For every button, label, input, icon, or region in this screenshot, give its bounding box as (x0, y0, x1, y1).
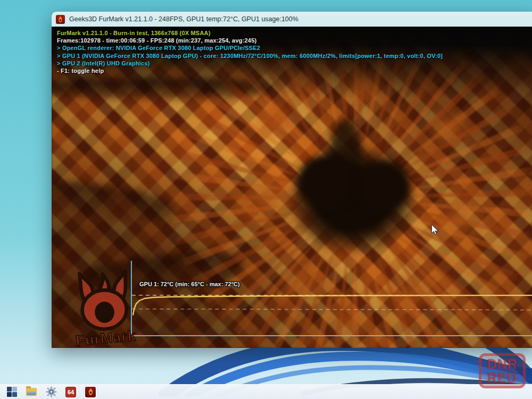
window-title: Geeks3D FurMark v1.21.1.0 - 248FPS, GPU1… (69, 15, 298, 23)
fur-blotch (420, 182, 500, 256)
fur-blotch (245, 92, 309, 150)
mouse-cursor (431, 225, 440, 235)
start-button[interactable] (5, 386, 18, 398)
taskbar-file-explorer[interactable] (25, 386, 38, 398)
taskbar-settings[interactable] (45, 386, 57, 398)
watermark-line2: RED (487, 371, 517, 385)
folder-icon (26, 388, 37, 396)
gpu-temp-graph: GPU 1: 72°C (min: 65°C - max: 72°C) (131, 261, 532, 336)
osd-line-renderer: > OpenGL renderer: NVIDIA GeForce RTX 30… (57, 44, 443, 52)
furmark-app-icon (56, 15, 65, 24)
gpu-temp-label: GPU 1: 72°C (min: 65°C - max: 72°C) (139, 281, 240, 287)
taskbar-furmark[interactable] (84, 386, 97, 398)
osd-line-help: - F1: toggle help (57, 67, 443, 74)
furmark-flame-icon (85, 387, 96, 397)
taskbar-app-64[interactable]: 64 (64, 386, 77, 398)
fur-blotch (410, 97, 484, 161)
osd-line-gpu1: > GPU 1 (NVIDIA GeForce RTX 3080 Laptop … (57, 52, 443, 60)
temp-curve (133, 295, 532, 315)
desktop-screen: Geeks3D FurMark v1.21.1.0 - 248FPS, GPU1… (0, 0, 532, 399)
windows-logo-icon (7, 387, 17, 397)
eye-pupil-lobe (330, 118, 362, 187)
osd-line-version: FurMark v1.21.1.0 - Burn-in test, 1366x7… (57, 29, 443, 37)
osd-line-frames: Frames:102978 - time:00:06:59 - FPS:248 … (57, 37, 443, 44)
gear-icon (46, 386, 57, 397)
eye-pupil-lobe (356, 161, 410, 211)
furmark-window: Geeks3D FurMark v1.21.1.0 - 248FPS, GPU1… (52, 12, 532, 348)
window-titlebar[interactable]: Geeks3D FurMark v1.21.1.0 - 248FPS, GPU1… (52, 12, 532, 27)
osd-text-block: FurMark v1.21.1.0 - Burn-in test, 1366x7… (57, 29, 443, 74)
app-64-icon: 64 (65, 387, 76, 397)
furmark-logo: FurMark (57, 265, 152, 348)
watermark-line1: DNR (487, 357, 517, 371)
min-temp-dashed-line (132, 309, 532, 310)
taskbar: 64 (0, 384, 532, 399)
furmark-render-viewport: FurMark v1.21.1.0 - Burn-in test, 1366x7… (52, 27, 532, 348)
dnr-red-watermark: DNR RED (479, 353, 526, 388)
osd-line-gpu2: > GPU 2 (Intel(R) UHD Graphics) (57, 60, 443, 67)
